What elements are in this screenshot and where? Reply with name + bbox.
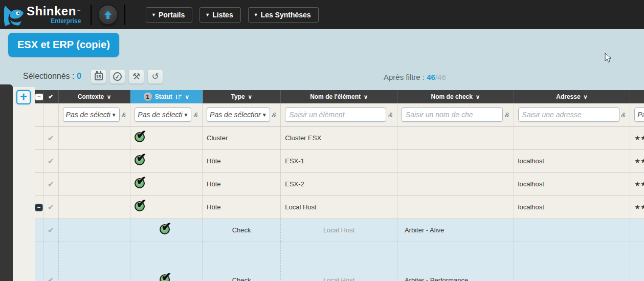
and-separator: &: [193, 111, 198, 119]
status-ok-icon: ✔: [135, 131, 148, 144]
check-name-cell[interactable]: Arbiter - Alive: [397, 219, 514, 242]
table-row: ✔ ✔ Cluster Cluster ESX ★★★ All OK, w: [35, 126, 644, 149]
row-select-cell[interactable]: ✔: [43, 149, 59, 172]
after-filter-label: Après filtre : 46/46: [384, 73, 446, 81]
trademark: ™: [76, 9, 81, 14]
address-cell: [514, 219, 630, 242]
chevron-down-icon: ∨: [107, 94, 111, 100]
column-header-priorite[interactable]: Priorité∨: [630, 90, 644, 103]
table-row: − ✔ ✔ Hôte Local Host localhost ★★★ All …: [35, 196, 644, 219]
element-name-cell[interactable]: Local Host: [281, 242, 397, 281]
contexte-cell: [58, 172, 130, 196]
check-name-cell[interactable]: [397, 196, 514, 219]
column-header-statut[interactable]: 1Statut∨: [130, 90, 203, 103]
column-header-select-all[interactable]: ✔: [43, 90, 59, 103]
shinken-logo[interactable]: Shinken™ Enterprise: [0, 3, 84, 27]
row-check-icon: ✔: [48, 275, 54, 281]
element-name-cell[interactable]: Local Host: [281, 219, 397, 242]
and-separator: &: [272, 111, 277, 119]
filter-statut-select[interactable]: Pas de sélecti▼: [135, 107, 191, 122]
and-separator: &: [388, 111, 393, 119]
type-cell: Cluster: [203, 126, 281, 149]
table-row: ✔ ✔ Hôte ESX-2 localhost ★★★ All OK - I: [35, 172, 644, 196]
after-filter-total: /46: [435, 73, 446, 81]
filter-select-empty: [43, 103, 59, 126]
column-header-expand-all[interactable]: −: [35, 90, 43, 103]
priority-cell: ★★★: [630, 126, 644, 149]
status-ok-icon: ✔: [160, 273, 173, 281]
row-select-cell[interactable]: ✔: [43, 242, 59, 281]
filter-type-select[interactable]: Pas de sélectior▼: [207, 107, 270, 122]
row-select-cell[interactable]: ✔: [43, 172, 59, 196]
element-name-cell[interactable]: ESX-2: [281, 172, 397, 196]
chevron-down-icon: ∨: [248, 94, 252, 100]
type-cell: Check: [203, 219, 281, 242]
column-header-type[interactable]: Type∨: [203, 90, 281, 103]
column-header-element[interactable]: Nom de l'élément∨: [281, 90, 397, 103]
status-cell: ✔: [130, 219, 203, 242]
menu-les-syntheses[interactable]: ▼Les Synthèses: [248, 7, 319, 23]
filter-element-input[interactable]: [285, 107, 386, 122]
after-filter-count: 46: [427, 73, 435, 81]
table-row: ✔ ✔ Check Local Host Arbiter - Alive ★★★…: [35, 219, 644, 242]
page-title[interactable]: ESX et ERP (copie): [8, 33, 119, 57]
address-cell: [514, 126, 630, 149]
and-separator: &: [505, 111, 509, 119]
mouse-cursor: [605, 53, 612, 63]
table-row: ✔ ✔ Hôte ESX-1 localhost ★★★ All OK - I: [35, 149, 644, 172]
refresh-button[interactable]: ↺: [147, 69, 163, 84]
check-circle-icon: ✓: [113, 72, 122, 81]
column-header-check[interactable]: Nom de check∨: [397, 90, 514, 103]
column-header-adresse[interactable]: Adresse∨: [514, 90, 630, 103]
filter-expand-empty: [35, 103, 43, 126]
sort-order-badge: 1: [144, 93, 152, 101]
column-header-contexte[interactable]: Contexte∨: [58, 90, 130, 103]
contexte-cell: [58, 196, 130, 219]
undo-icon: ↺: [151, 71, 159, 82]
caret-down-icon: ▼: [151, 12, 156, 17]
check-name-cell[interactable]: [397, 149, 514, 172]
address-cell: localhost: [514, 196, 630, 219]
navbar-divider: [91, 5, 92, 25]
navbar-divider: [124, 5, 125, 25]
priority-cell: ★★★: [630, 219, 644, 242]
up-arrow-icon: [103, 10, 113, 20]
type-cell: Check: [203, 242, 281, 281]
expand-cell: [35, 219, 43, 242]
acknowledge-button[interactable]: ✓: [109, 69, 125, 84]
element-name-cell[interactable]: Cluster ESX: [281, 126, 397, 149]
caret-down-icon: ▼: [205, 12, 210, 17]
contexte-cell: [58, 149, 130, 172]
contexte-cell: [58, 219, 130, 242]
main-menu: ▼Portails ▼Listes ▼Les Synthèses: [146, 7, 319, 23]
scroll-top-button[interactable]: [98, 5, 118, 25]
expand-cell: [35, 172, 43, 196]
filter-check-input[interactable]: [402, 107, 503, 122]
row-select-cell[interactable]: ✔: [43, 196, 59, 219]
filter-priorite-select[interactable]: Pas de sélection▼: [634, 107, 644, 122]
element-name-cell[interactable]: ESX-1: [281, 149, 397, 172]
chevron-down-icon: ∨: [364, 94, 368, 100]
calendar-button[interactable]: 15: [91, 69, 106, 84]
table-gutter: [13, 87, 35, 281]
filter-adresse-input[interactable]: [518, 107, 619, 122]
add-column-button[interactable]: +: [16, 90, 31, 104]
type-cell: Hôte: [203, 196, 281, 219]
check-name-cell[interactable]: [397, 126, 514, 149]
menu-portails[interactable]: ▼Portails: [146, 7, 192, 23]
expand-cell: [35, 242, 43, 281]
filter-contexte-select[interactable]: Pas de sélecti▼: [63, 107, 120, 122]
contexte-cell: [58, 242, 130, 281]
check-name-cell[interactable]: [397, 172, 514, 196]
priority-cell: ★★★: [630, 172, 644, 196]
row-select-cell[interactable]: ✔: [43, 126, 59, 149]
expand-cell: [35, 149, 43, 172]
collapse-row-toggle[interactable]: −: [35, 204, 43, 211]
menu-listes[interactable]: ▼Listes: [199, 7, 240, 23]
status-cell: ✔: [130, 242, 203, 281]
check-name-cell[interactable]: Arbiter - Performance: [397, 242, 514, 281]
element-name-cell[interactable]: Local Host: [281, 196, 397, 219]
row-select-cell[interactable]: ✔: [43, 219, 59, 242]
tools-button[interactable]: ⚒: [128, 69, 144, 84]
expand-cell: −: [35, 196, 43, 219]
